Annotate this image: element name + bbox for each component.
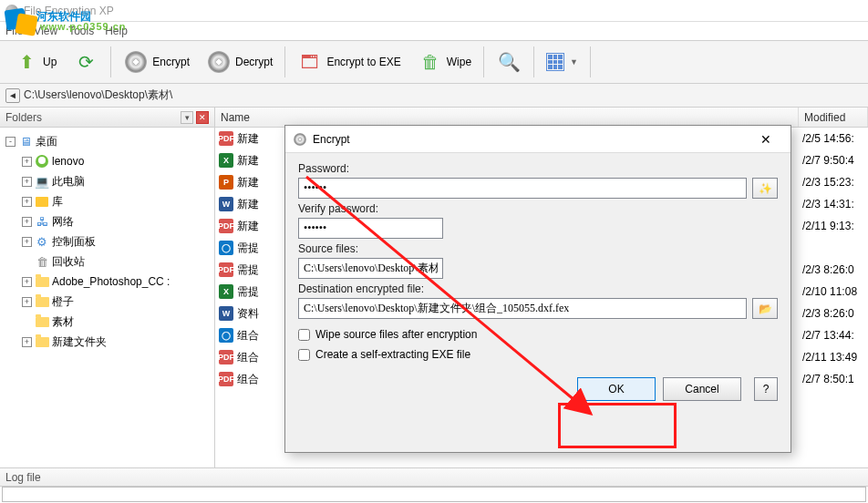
dialog-title: Encrypt	[313, 133, 350, 146]
find-icon: 🔍	[496, 49, 522, 75]
window-title: File Encryption XP	[24, 5, 114, 17]
encrypt-exe-button[interactable]: 🗔 Encrypt to EXE	[289, 44, 408, 80]
col-modified[interactable]: Modified	[799, 108, 868, 127]
ok-button[interactable]: OK	[577, 377, 656, 401]
find-button[interactable]: 🔍	[488, 44, 530, 80]
self-extract-label: Create a self-extracting EXE file	[315, 348, 470, 361]
folder-icon: 📂	[759, 303, 772, 315]
verify-password-input[interactable]	[298, 218, 443, 239]
cancel-button[interactable]: Cancel	[663, 377, 741, 401]
decrypt-button[interactable]: Decrypt	[198, 44, 281, 80]
col-name[interactable]: Name	[215, 108, 799, 127]
view-mode-button[interactable]: ▼	[538, 44, 586, 80]
destination-label: Destination encrypted file:	[298, 282, 778, 295]
menu-help[interactable]: Help	[105, 25, 128, 37]
tree-node[interactable]: +⚙控制面板	[2, 231, 212, 252]
close-icon[interactable]: ✕	[196, 111, 209, 124]
wand-button[interactable]: ✨	[752, 178, 778, 199]
refresh-button[interactable]: ⟳	[65, 44, 107, 80]
encrypt-button[interactable]: Encrypt	[115, 44, 198, 80]
back-button[interactable]: ◄	[5, 88, 20, 103]
chevron-down-icon: ▼	[570, 57, 578, 67]
destination-input[interactable]	[298, 298, 747, 319]
window-titlebar: File Encryption XP	[0, 0, 868, 22]
tree-node[interactable]: -🖥桌面	[2, 131, 212, 151]
tree-node[interactable]: +lenovo	[2, 151, 212, 171]
address-bar: ◄ C:\Users\lenovo\Desktop\素材\	[0, 84, 868, 108]
menu-bar: File View Tools Help	[0, 22, 868, 40]
disc-icon	[123, 49, 149, 75]
wipe-icon: 🗑	[418, 49, 443, 75]
log-body	[2, 487, 866, 502]
folders-panel: Folders ▾ ✕ -🖥桌面+lenovo+💻此电脑+库+🖧网络+⚙控制面板…	[0, 108, 215, 467]
close-icon[interactable]: ✕	[749, 128, 783, 151]
encrypt-dialog: Encrypt ✕ Password: ✨ Verify password: S…	[284, 125, 791, 453]
source-files-input[interactable]	[298, 258, 443, 279]
app-icon	[5, 5, 18, 17]
dialog-titlebar: Encrypt ✕	[285, 126, 790, 153]
exe-icon: 🗔	[297, 49, 323, 75]
self-extract-checkbox[interactable]	[298, 349, 310, 361]
pin-icon[interactable]: ▾	[181, 111, 193, 124]
source-files-label: Source files:	[298, 242, 778, 255]
refresh-icon: ⟳	[73, 49, 98, 75]
tree-node[interactable]: +库	[2, 191, 212, 211]
help-icon: ?	[763, 383, 770, 395]
wipe-checkbox-label: Wipe source files after encryption	[315, 328, 477, 341]
menu-tools[interactable]: Tools	[68, 25, 94, 37]
tree-node[interactable]: +新建文件夹	[2, 332, 212, 352]
toolbar: ⬆ Up ⟳ Encrypt Decrypt 🗔 Encrypt to EXE …	[0, 40, 868, 84]
verify-password-label: Verify password:	[298, 202, 778, 215]
folder-tree[interactable]: -🖥桌面+lenovo+💻此电脑+库+🖧网络+⚙控制面板🗑回收站+Adobe_P…	[0, 128, 214, 467]
menu-file[interactable]: File	[5, 25, 23, 37]
menu-view[interactable]: View	[34, 25, 57, 37]
disc-icon	[293, 132, 307, 147]
folders-header: Folders ▾ ✕	[0, 108, 214, 128]
folders-title: Folders	[5, 111, 42, 124]
tree-node[interactable]: 素材	[2, 312, 212, 332]
tree-node[interactable]: +Adobe_Photoshop_CC :	[2, 272, 212, 292]
log-header: Log file	[0, 468, 868, 487]
tree-node[interactable]: +🖧网络	[2, 211, 212, 231]
wipe-checkbox[interactable]	[298, 329, 310, 341]
log-panel: Log file	[0, 467, 868, 502]
encrypt-label: Encrypt	[152, 56, 190, 68]
wand-icon: ✨	[759, 182, 772, 195]
up-icon: ⬆	[14, 49, 39, 75]
up-button[interactable]: ⬆ Up	[5, 44, 65, 80]
password-label: Password:	[298, 162, 778, 175]
exe-label: Encrypt to EXE	[326, 56, 400, 68]
decrypt-label: Decrypt	[235, 56, 273, 68]
wipe-label: Wipe	[447, 56, 471, 68]
up-label: Up	[43, 56, 57, 68]
browse-button[interactable]: 📂	[752, 298, 778, 319]
tree-node[interactable]: +💻此电脑	[2, 171, 212, 191]
wipe-button[interactable]: 🗑 Wipe	[409, 44, 480, 80]
tree-node[interactable]: 🗑回收站	[2, 252, 212, 272]
tree-node[interactable]: +橙子	[2, 292, 212, 312]
password-input[interactable]	[298, 178, 747, 199]
disc-icon	[206, 49, 232, 75]
help-button[interactable]: ?	[754, 377, 778, 401]
grid-icon	[546, 53, 564, 71]
address-path: C:\Users\lenovo\Desktop\素材\	[24, 87, 172, 103]
